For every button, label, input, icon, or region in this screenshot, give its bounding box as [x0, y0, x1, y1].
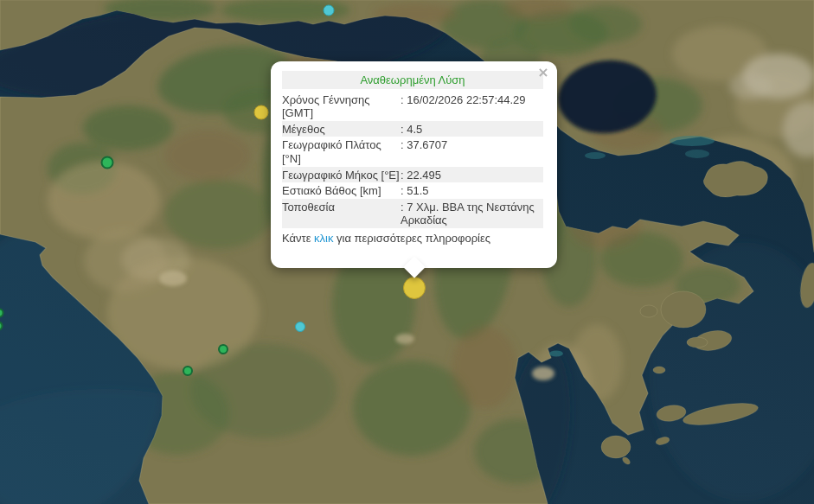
row-label: Χρόνος Γέννησης [GMT] [282, 93, 401, 120]
row-label: Γεωγραφικό Μήκος [°E] [282, 169, 401, 182]
row-label: Γεωγραφικό Πλάτος [°N] [282, 138, 401, 165]
earthquake-marker[interactable] [295, 322, 305, 332]
row-value: : 7 Χλμ. ΒΒΑ της Νεστάνης Αρκαδίας [401, 201, 543, 227]
row-label: Εστιακό Βάθος [km] [282, 184, 401, 198]
earthquake-marker[interactable] [183, 366, 193, 376]
row-label: Τοποθεσία [282, 201, 401, 227]
popup-title: Αναθεωρημένη Λύση [282, 71, 543, 89]
row-label: Μέγεθος [282, 123, 401, 137]
row-value: : 22.495 [401, 169, 543, 182]
more-info-link[interactable]: κλικ [314, 232, 333, 245]
info-row-longitude: Γεωγραφικό Μήκος [°E] : 22.495 [282, 167, 543, 183]
footer-text: για περισσότερες πληροφορίες [333, 232, 490, 245]
row-value: : 4.5 [401, 123, 543, 137]
earthquake-marker[interactable] [218, 344, 228, 354]
info-row-origin-time: Χρόνος Γέννησης [GMT] : 16/02/2026 22:57… [282, 92, 543, 121]
row-value: : 51.5 [401, 184, 543, 198]
close-icon[interactable]: × [537, 67, 549, 79]
earthquake-marker[interactable] [324, 5, 335, 16]
earthquake-marker[interactable] [0, 309, 4, 318]
earthquake-marker[interactable] [403, 277, 426, 299]
info-row-latitude: Γεωγραφικό Πλάτος [°N] : 37.6707 [282, 137, 543, 166]
earthquake-marker[interactable] [0, 322, 3, 331]
popup-footer: Κάντε κλικ για περισσότερες πληροφορίες [282, 232, 543, 246]
info-row-depth: Εστιακό Βάθος [km] : 51.5 [282, 182, 543, 199]
earthquake-info-popup: × Αναθεωρημένη Λύση Χρόνος Γέννησης [GMT… [271, 61, 557, 268]
footer-text: Κάντε [282, 232, 314, 245]
earthquake-marker[interactable] [254, 105, 269, 120]
row-value: : 16/02/2026 22:57:44.29 [401, 93, 543, 120]
row-value: : 37.6707 [401, 138, 543, 165]
info-row-magnitude: Μέγεθος : 4.5 [282, 121, 543, 137]
info-row-location: Τοποθεσία : 7 Χλμ. ΒΒΑ της Νεστάνης Αρκα… [282, 199, 543, 228]
earthquake-marker[interactable] [101, 156, 114, 169]
map-viewport: { "window": { "width": 941, "height": 58… [0, 0, 814, 504]
